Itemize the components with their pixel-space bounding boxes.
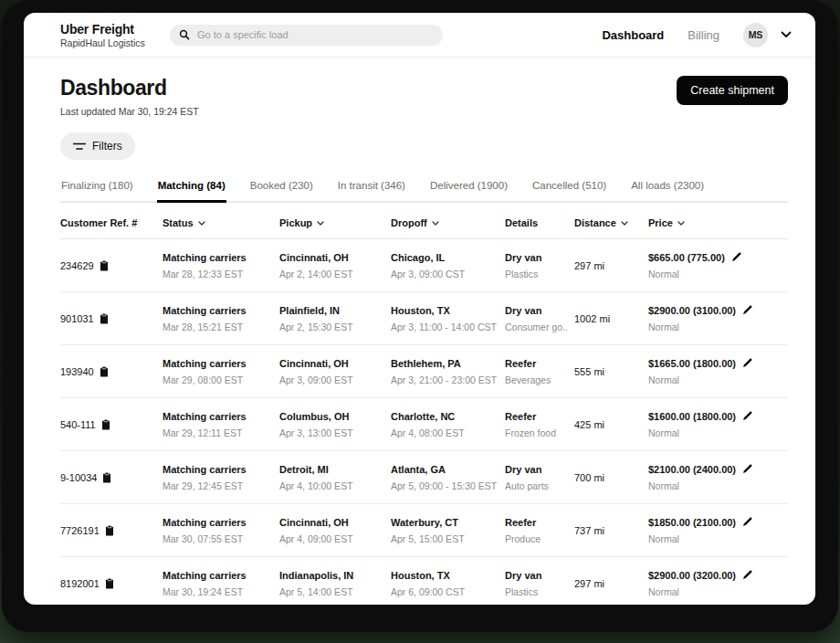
copy-ref-icon[interactable]: [102, 472, 111, 483]
col-customer-ref: Customer Ref. #: [60, 217, 163, 228]
price-tier: Normal: [648, 586, 788, 597]
price: $2900.00 (3200.00): [648, 570, 736, 581]
commodity: Auto parts: [505, 480, 574, 491]
status-time: Mar 28, 15:21 EST: [163, 322, 279, 332]
price-tier: Normal: [648, 533, 788, 544]
price-tier: Normal: [648, 269, 788, 279]
chevron-down-icon[interactable]: [781, 31, 792, 38]
price: $2900.00 (3100.00): [648, 305, 736, 316]
table-row[interactable]: 9-10034 Matching carriersMar 29, 12:45 E…: [60, 451, 788, 504]
dropoff-city: Bethlehem, PA: [391, 358, 505, 369]
table-row[interactable]: 8192001 Matching carriersMar 30, 19:24 E…: [60, 557, 788, 605]
commodity: Beverages: [505, 374, 574, 385]
commodity: Frozen food: [505, 427, 574, 438]
search-icon: [179, 29, 190, 40]
table-row[interactable]: 193940 Matching carriersMar 29, 08:00 ES…: [60, 345, 788, 398]
table-row[interactable]: 234629 Matching carriersMar 28, 12:33 ES…: [60, 239, 788, 292]
edit-price-icon[interactable]: [731, 252, 741, 262]
search-bar[interactable]: [170, 25, 443, 46]
dropoff-time: Apr 3, 21:00 - 23:00 EST: [391, 374, 505, 385]
copy-ref-icon[interactable]: [100, 313, 109, 324]
dropoff-time: Apr 4, 08:00 EST: [391, 427, 505, 438]
desktop-background: Uber Freight RapidHaul Logistics Dashboa…: [0, 0, 840, 643]
status-text: Matching carriers: [163, 252, 279, 263]
col-status[interactable]: Status: [163, 217, 279, 228]
status-text: Matching carriers: [163, 570, 279, 581]
tab-in-transit[interactable]: In transit (346): [337, 174, 406, 203]
edit-price-icon[interactable]: [742, 411, 752, 421]
distance: 1002 mi: [574, 313, 648, 324]
status-time: Mar 28, 12:33 EST: [163, 269, 279, 279]
title-block: Dashboard Last updated Mar 30, 19:24 EST: [60, 76, 199, 117]
distance: 555 mi: [574, 366, 648, 377]
status-time: Mar 29, 12:45 EST: [163, 480, 279, 491]
pickup-city: Cincinnati, OH: [279, 252, 391, 263]
nav-dashboard[interactable]: Dashboard: [602, 28, 664, 42]
table-row[interactable]: 901031 Matching carriersMar 28, 15:21 ES…: [60, 292, 788, 345]
page-content: Dashboard Last updated Mar 30, 19:24 EST…: [24, 76, 815, 605]
customer-ref: 901031: [60, 313, 94, 324]
col-distance[interactable]: Distance: [574, 217, 648, 228]
status-text: Matching carriers: [163, 411, 279, 422]
tab-booked[interactable]: Booked (230): [249, 174, 314, 203]
table-body: 234629 Matching carriersMar 28, 12:33 ES…: [60, 239, 788, 605]
window-frame: Uber Freight RapidHaul Logistics Dashboa…: [2, 0, 838, 632]
tab-matching[interactable]: Matching (84): [157, 174, 226, 203]
copy-ref-icon[interactable]: [105, 578, 114, 589]
top-bar: Uber Freight RapidHaul Logistics Dashboa…: [24, 13, 815, 58]
col-price[interactable]: Price: [648, 217, 788, 228]
distance: 297 mi: [574, 578, 648, 589]
edit-price-icon[interactable]: [742, 464, 752, 474]
table-row[interactable]: 7726191 Matching carriersMar 30, 07:55 E…: [60, 504, 788, 557]
dropoff-time: Apr 6, 09:00 CST: [391, 586, 505, 597]
search-input[interactable]: [197, 29, 434, 40]
dropoff-city: Charlotte, NC: [391, 411, 505, 422]
distance: 700 mi: [574, 472, 648, 483]
equipment: Dry van: [505, 305, 574, 316]
copy-ref-icon[interactable]: [100, 366, 109, 377]
app-window: Uber Freight RapidHaul Logistics Dashboa…: [24, 13, 815, 605]
price: $2100.00 (2400.00): [648, 464, 736, 475]
status-time: Mar 30, 19:24 EST: [163, 586, 279, 597]
avatar[interactable]: MS: [743, 23, 768, 47]
pickup-city: Plainfield, IN: [279, 305, 391, 316]
pickup-time: Apr 3, 09:00 EST: [279, 374, 391, 385]
dropoff-city: Houston, TX: [391, 570, 505, 581]
tab-finalizing[interactable]: Finalizing (180): [60, 174, 134, 203]
edit-price-icon[interactable]: [742, 517, 752, 527]
price-tier: Normal: [648, 480, 788, 491]
customer-ref: 193940: [60, 366, 94, 377]
status-time: Mar 30, 07:55 EST: [163, 533, 279, 544]
filters-label: Filters: [92, 140, 122, 153]
copy-ref-icon[interactable]: [105, 525, 114, 536]
customer-ref: 234629: [60, 260, 94, 271]
commodity: Plastics: [505, 586, 574, 597]
dropoff-time: Apr 5, 09:00 - 15:30 EST: [391, 480, 505, 491]
distance: 737 mi: [574, 525, 648, 536]
col-pickup[interactable]: Pickup: [279, 217, 391, 228]
create-shipment-button[interactable]: Create shipment: [677, 76, 788, 105]
edit-price-icon[interactable]: [742, 358, 752, 368]
table-row[interactable]: 540-111 Matching carriersMar 29, 12:11 E…: [60, 398, 788, 451]
filters-button[interactable]: Filters: [60, 132, 135, 160]
edit-price-icon[interactable]: [742, 570, 752, 580]
price: $1600.00 (1800.00): [648, 411, 736, 422]
top-nav: Dashboard Billing MS: [602, 23, 792, 47]
edit-price-icon[interactable]: [742, 305, 752, 315]
sort-chevron-icon: [317, 221, 324, 226]
commodity: Produce: [505, 533, 574, 544]
tab-delivered[interactable]: Delivered (1900): [429, 174, 509, 203]
table-header: Customer Ref. # Status Pickup Dropoff De…: [60, 203, 788, 239]
customer-ref: 540-111: [60, 419, 96, 430]
commodity: Plastics: [505, 269, 574, 279]
equipment: Reefer: [505, 517, 574, 528]
price: $665.00 (775.00): [648, 252, 725, 263]
tab-cancelled[interactable]: Cancelled (510): [531, 174, 607, 203]
tab-all-loads[interactable]: All loads (2300): [630, 174, 705, 203]
pickup-city: Columbus, OH: [279, 411, 391, 422]
copy-ref-icon[interactable]: [101, 419, 110, 430]
sort-chevron-icon: [198, 221, 205, 226]
copy-ref-icon[interactable]: [100, 260, 109, 271]
col-dropoff[interactable]: Dropoff: [391, 217, 505, 228]
nav-billing[interactable]: Billing: [688, 28, 719, 42]
